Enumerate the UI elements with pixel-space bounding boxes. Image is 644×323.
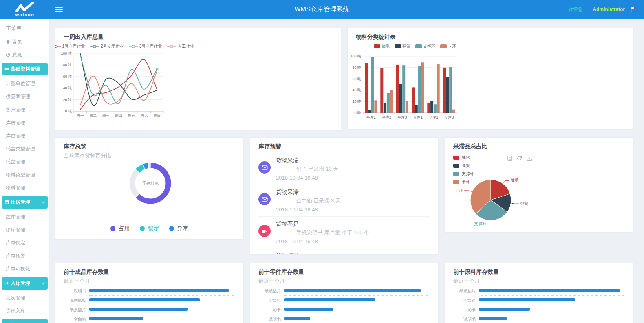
card-title: 前十成品库存数量 — [55, 263, 243, 276]
sidebar-item-17[interactable]: 库存可视化 — [0, 262, 49, 275]
card-material-category-stats: 物料分类统计表 轴承弹簧支撑环卡环 0 吨20 吨40 吨60 吨80 吨100… — [347, 28, 634, 130]
hbar-label: 说明书 — [64, 288, 86, 294]
sidebar-item-8[interactable]: 托盘类型管理 — [0, 142, 49, 155]
sidebar-group-12[interactable]: 库房管理 — [2, 196, 48, 209]
mail-icon — [258, 193, 271, 205]
alert-time: 2018-10-04 16:48 — [276, 207, 430, 213]
alert-item: 货物超出硬纸板 库存量 大于 300 个2018-10-04 16:48 — [258, 248, 430, 255]
finished-hbar-chart[interactable]: 说明书瓦楞纸板纸质垫片空白箱 — [64, 287, 243, 323]
hbar-row: 说明书 — [64, 287, 243, 296]
alert-title: 货物超出 — [276, 252, 430, 255]
card-stagnant-ratio: 呆滞品总占比 轴承弹簧支撑环卡环 轴承弹簧支撑环卡环 — [445, 137, 634, 232]
donut-legend-item[interactable]: 占用 — [110, 225, 130, 232]
svg-text:60 吨: 60 吨 — [352, 77, 361, 81]
card-inventory-overview: 库存总览 当前库存货物百分比 库存总览 占用锁定异常 — [55, 137, 244, 239]
pie-legend-item[interactable]: 支撑环 — [453, 171, 474, 177]
sidebar-item-7[interactable]: 库位管理 — [0, 129, 49, 142]
svg-text:平库3: 平库3 — [397, 115, 407, 119]
sidebar-item-19[interactable]: 批次管理 — [0, 291, 49, 304]
svg-text:0 吨: 0 吨 — [354, 111, 361, 115]
hbar-bar[interactable] — [89, 289, 229, 292]
svg-text:轴承: 轴承 — [510, 178, 519, 182]
alert-title: 货物呆滞 — [276, 157, 430, 164]
sidebar-item-0[interactable]: 首页 — [0, 35, 49, 48]
hbar-bar[interactable] — [479, 289, 620, 292]
sidebar-item-6[interactable]: 库房管理 — [0, 116, 49, 129]
svg-text:立库3: 立库3 — [444, 115, 454, 119]
donut-legend-item[interactable]: 异常 — [169, 225, 189, 232]
hbar-label: 纸质垫片 — [258, 288, 281, 294]
card-title: 物料分类统计表 — [348, 28, 633, 41]
sidebar-item-9[interactable]: 托盘管理 — [0, 155, 49, 168]
download-icon[interactable] — [527, 156, 532, 161]
hbar-bar[interactable] — [284, 289, 421, 292]
svg-text:80 吨: 80 吨 — [63, 63, 72, 67]
alert-list: 货物呆滞钉子 已呆滞 10 天2018-10-04 16:48货物呆滞空白箱 已… — [258, 153, 430, 255]
pie-legend-item[interactable]: 轴承 — [453, 155, 474, 160]
hbar-bar[interactable] — [89, 298, 200, 301]
hbar-bar[interactable] — [479, 317, 507, 320]
sidebar-item-16[interactable]: 库存预警 — [0, 249, 49, 262]
parts-hbar-chart[interactable]: 纸质垫片空白箱彩卡说明书 — [258, 287, 438, 323]
sidebar-item-4[interactable]: 供应商管理 — [0, 90, 49, 103]
hbar-bar[interactable] — [284, 317, 310, 320]
alert-item: 货物呆滞钉子 已呆滞 10 天2018-10-04 16:48 — [258, 153, 430, 185]
hbar-divider — [89, 314, 234, 314]
card-inventory-alerts: 库存预警 货物呆滞钉子 已呆滞 10 天2018-10-04 16:48货物呆滞… — [250, 137, 439, 255]
alert-desc: 手机说明书 库存量 小于 100 个 — [276, 229, 430, 236]
pie-legend-item[interactable]: 卡环 — [453, 179, 474, 185]
data-view-icon[interactable] — [507, 156, 512, 161]
alert-time: 2018-10-04 16:48 — [276, 175, 430, 181]
logo-text: watson — [15, 12, 35, 17]
donut-legend-item[interactable]: 锁定 — [140, 225, 159, 232]
donut-legend: 占用锁定异常 — [55, 218, 243, 239]
sidebar-group-18[interactable]: 入库管理 — [2, 277, 48, 290]
hbar-bar[interactable] — [284, 298, 375, 301]
svg-text:周一: 周一 — [77, 114, 84, 118]
sidebar-item-5[interactable]: 客户管理 — [0, 103, 49, 116]
sidebar-item-20[interactable]: 货物入库 — [0, 304, 49, 317]
hbar-row: 说明书 — [453, 315, 633, 323]
hbar-divider — [479, 295, 624, 296]
raw-hbar-chart[interactable]: 纸质垫片空白箱彩卡说明书 — [453, 287, 633, 323]
sidebar-item-11[interactable]: 物料管理 — [0, 181, 49, 194]
sidebar-item-3[interactable]: 计量单位管理 — [0, 77, 49, 90]
hbar-row: 说明书 — [258, 315, 438, 323]
hbar-label: 纸质垫片 — [64, 307, 86, 313]
sidebar-item-14[interactable]: 移库管理 — [0, 223, 49, 236]
username[interactable]: Administrator — [593, 7, 625, 12]
bar-chart-svg: 0 吨20 吨40 吨60 吨80 吨100 吨平库1平库2平库3立库1立库2立… — [348, 28, 634, 130]
hbar-bar[interactable] — [479, 308, 530, 311]
sidebar-group-2[interactable]: 基础资料管理 — [2, 63, 48, 75]
hbar-bar[interactable] — [284, 308, 333, 311]
card-weekly-io-total: 一周出入库总量 1号立库作业2号立库作业3号立库作业人工作业 0 吨20 吨40… — [55, 28, 341, 130]
card-title: 一周出入库总量 — [55, 28, 341, 41]
hbar-divider — [89, 305, 234, 305]
sidebar-item-13[interactable]: 盘库管理 — [0, 210, 49, 223]
svg-text:0 吨: 0 吨 — [65, 109, 72, 113]
hbar-bar[interactable] — [89, 317, 143, 320]
flag-notification-icon[interactable] — [630, 6, 637, 13]
alert-item: 货物呆滞空白箱 已呆滞 3 天2018-10-04 16:48 — [258, 185, 430, 217]
hbar-label: 彩卡 — [453, 307, 476, 313]
sidebar-item-15[interactable]: 库存锁定 — [0, 236, 49, 249]
hamburger-menu-icon[interactable] — [53, 3, 65, 15]
card-title: 前十原料库存数量 — [445, 263, 633, 276]
hbar-bar[interactable] — [89, 308, 188, 311]
sidebar-group-21[interactable]: 出库管理 — [2, 319, 48, 323]
card-top-parts-stock: 前十零件库存数量 最近一个月 纸质垫片空白箱彩卡说明书 — [250, 263, 439, 323]
hbar-bar[interactable] — [479, 298, 575, 301]
hbar-label: 说明书 — [258, 316, 281, 322]
sidebar-item-1[interactable]: 总览 — [0, 48, 49, 61]
app-logo[interactable]: watson — [0, 0, 50, 19]
svg-text:周二: 周二 — [89, 114, 97, 118]
svg-text:周三: 周三 — [102, 114, 110, 118]
svg-text:卡环: 卡环 — [455, 188, 463, 193]
sidebar-item-10[interactable]: 物料类型管理 — [0, 168, 49, 181]
svg-text:弹簧: 弹簧 — [520, 201, 528, 206]
alert-item: 货物不足手机说明书 库存量 小于 100 个2018-10-04 16:48 — [258, 217, 430, 248]
restore-icon[interactable] — [517, 156, 522, 161]
pie-legend-item[interactable]: 弹簧 — [453, 163, 474, 169]
sidebar-section-label: 主菜单 — [0, 21, 49, 35]
svg-text:40 吨: 40 吨 — [63, 86, 72, 90]
